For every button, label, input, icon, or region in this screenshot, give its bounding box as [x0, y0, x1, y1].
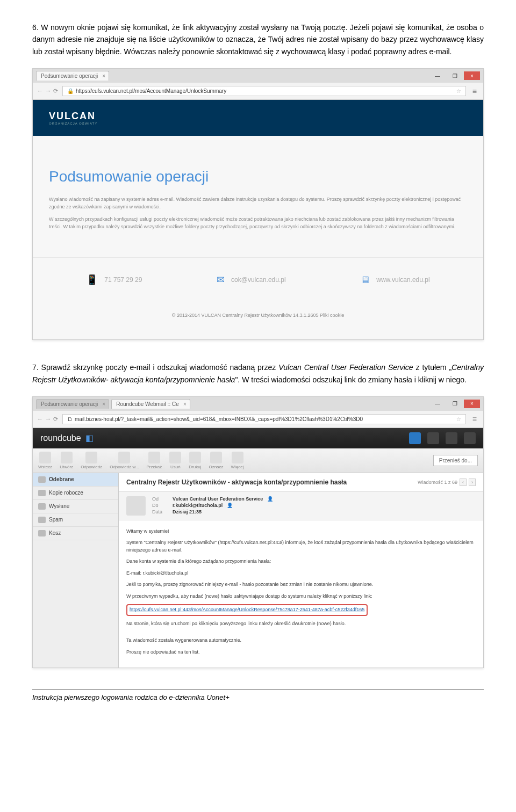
tool-compose[interactable]: Utwórz: [60, 452, 73, 469]
minimize-button[interactable]: —: [429, 400, 446, 408]
msg-line: Na stronie, która się uruchomi po klikni…: [126, 620, 476, 628]
window-buttons: — ❐ ×: [429, 400, 480, 408]
msg-line: W przeciwnym wypadku, aby nadać (nowe) h…: [126, 593, 476, 600]
person-icon[interactable]: 👤: [267, 496, 273, 502]
to-row: Do r.kubicki@tltuchola.pl 👤: [152, 503, 273, 508]
close-icon[interactable]: ×: [102, 401, 105, 407]
browser-tab-active[interactable]: Roundcube Webmail :: Ce ×: [111, 399, 190, 409]
list-number: 7.: [32, 361, 39, 373]
toolbar: Wstecz Utwórz Odpowiedz Odpowiedz w... P…: [33, 448, 483, 473]
close-button[interactable]: ×: [464, 400, 480, 408]
menu-icon[interactable]: ≡: [470, 87, 479, 96]
tool-back[interactable]: Wstecz: [38, 452, 52, 469]
paragraph-text: W nowym oknie pojawi się komunikat, że l…: [32, 23, 484, 56]
url-field[interactable]: 🗋 mail.biznes-host.pl/?_task=mail&_actio…: [62, 414, 466, 424]
delete-icon: [169, 452, 181, 463]
folder-label: Kosz: [49, 530, 61, 536]
copyright: © 2012-2014 VULCAN Centralny Rejestr Uży…: [33, 302, 483, 339]
tool-reply[interactable]: Odpowiedz: [81, 452, 102, 469]
maximize-button[interactable]: ❐: [447, 400, 463, 408]
next-button[interactable]: ›: [469, 479, 476, 486]
screenshot-roundcube: Podsumowanie operacji × Roundcube Webmai…: [32, 396, 484, 669]
activation-link[interactable]: https://cufs.vulcan.net.pl:443/mos/Accou…: [126, 604, 368, 616]
vulcan-body: Podsumowanie operacji Wysłano wiadomość …: [33, 136, 483, 257]
url-text: mail.biznes-host.pl/?_task=mail&_action=…: [75, 416, 363, 422]
addressbook-icon[interactable]: [427, 432, 439, 444]
forward-icon[interactable]: →: [45, 416, 51, 423]
phone-number: 71 757 29 29: [104, 276, 142, 284]
star-icon[interactable]: ☆: [456, 88, 461, 94]
browser-tab[interactable]: Podsumowanie operacji ×: [36, 71, 109, 81]
document-footer: Instrukcja pierwszego logowania rodzica …: [32, 690, 484, 701]
reload-icon[interactable]: ⟳: [53, 416, 58, 423]
settings-icon[interactable]: [446, 432, 457, 444]
msg-line: Jeśli to pomyłka, proszę zignorować nini…: [126, 581, 476, 589]
browser-tab-inactive[interactable]: Podsumowanie operacji ×: [36, 399, 109, 409]
logout-icon[interactable]: [464, 432, 476, 444]
close-icon[interactable]: ×: [183, 401, 187, 407]
compose-icon: [61, 452, 73, 463]
web-address: www.vulcan.edu.pl: [376, 276, 429, 284]
top-icons: [409, 432, 476, 444]
lock-icon: 🔒: [67, 88, 74, 94]
message-meta: Od Vulcan Central User Federation Servic…: [119, 492, 483, 520]
vulcan-sublogo: ORGANIZACJA OŚWIATY: [49, 122, 467, 125]
browser-chrome: Podsumowanie operacji × — ❐ ×: [33, 69, 483, 83]
folder-spam[interactable]: Spam: [33, 513, 118, 527]
paragraph-7: 7. Sprawdź skrzynkę poczty e-mail i odsz…: [32, 361, 484, 386]
maximize-button[interactable]: ❐: [447, 71, 463, 80]
folder-icon: [38, 490, 46, 496]
url-field[interactable]: 🔒 https://cufs.vulcan.net.pl/mos/Account…: [62, 86, 466, 96]
vulcan-logo: VULCAN: [49, 111, 467, 122]
minimize-button[interactable]: —: [429, 71, 446, 80]
folder-trash[interactable]: Kosz: [33, 527, 118, 540]
screenshot-vulcan: Podsumowanie operacji × — ❐ × ← → ⟳ 🔒 ht…: [32, 68, 484, 340]
folder-sent[interactable]: Wysłane: [33, 500, 118, 513]
to-value: r.kubicki@tltuchola.pl: [173, 503, 223, 508]
info-text-1: Wysłano wiadomość na zapisany w systemie…: [49, 196, 467, 211]
back-icon[interactable]: ←: [37, 416, 43, 423]
close-button[interactable]: ×: [464, 71, 480, 80]
page-title: Podsumowanie operacji: [49, 168, 467, 185]
mail-icon[interactable]: [409, 432, 421, 444]
avatar: [126, 496, 146, 516]
tool-label: Odpowiedz: [81, 465, 102, 469]
paragraph-text-e: ". W treści wiadomości odszukaj link do …: [235, 375, 467, 384]
prev-button[interactable]: ‹: [460, 479, 467, 486]
star-icon[interactable]: ☆: [456, 416, 461, 422]
date-row: Data Dzisiaj 21:35: [152, 509, 273, 514]
message-content: Centralny Rejestr Użytkowników - aktywac…: [119, 473, 483, 668]
folder-inbox[interactable]: Odebrane: [33, 473, 118, 487]
tool-mark[interactable]: Oznacz: [209, 452, 223, 469]
back-icon[interactable]: ←: [37, 88, 43, 95]
tool-label: Oznacz: [209, 465, 223, 469]
from-value: Vulcan Central User Federation Service: [173, 496, 263, 502]
paragraph-text-b: Vulcan Central User Federation Service: [278, 363, 413, 372]
tab-title: Podsumowanie operacji: [41, 73, 98, 79]
tool-label: Odpowiedz w...: [110, 465, 139, 469]
person-icon[interactable]: 👤: [227, 503, 233, 508]
email-address: cok@vulcan.edu.pl: [231, 276, 286, 284]
reload-icon[interactable]: ⟳: [53, 88, 58, 95]
folder-icon: [38, 503, 46, 510]
tool-more[interactable]: Więcej: [231, 452, 244, 469]
date-value: Dzisiaj 21:35: [173, 509, 202, 514]
pager-text: Wiadomość 1 z 69: [418, 480, 457, 485]
tool-delete[interactable]: Usuń: [169, 452, 181, 469]
tool-print[interactable]: Drukuj: [189, 452, 201, 469]
tab-title: Podsumowanie operacji: [41, 401, 98, 407]
msg-line: Dane konta w systemie dla którego zażąda…: [126, 558, 476, 566]
folder-drafts[interactable]: Kopie robocze: [33, 487, 118, 500]
contact-email: ✉ cok@vulcan.edu.pl: [217, 274, 286, 286]
menu-icon[interactable]: ≡: [470, 415, 479, 423]
address-bar: ← → ⟳ 🗋 mail.biznes-host.pl/?_task=mail&…: [33, 411, 483, 428]
subject-text: Centralny Rejestr Użytkowników - aktywac…: [126, 479, 347, 486]
move-to-button[interactable]: Przenieś do...: [433, 455, 478, 466]
tool-forward[interactable]: Przekaż: [146, 452, 162, 469]
vulcan-footer: 📱 71 757 29 29 ✉ cok@vulcan.edu.pl 🖥 www…: [33, 257, 483, 302]
close-icon[interactable]: ×: [102, 73, 105, 79]
forward-icon[interactable]: →: [45, 88, 51, 95]
roundcube-header: roundcube ◧: [33, 428, 483, 448]
tool-replyall[interactable]: Odpowiedz w...: [110, 452, 139, 469]
tool-label: Usuń: [170, 465, 181, 469]
